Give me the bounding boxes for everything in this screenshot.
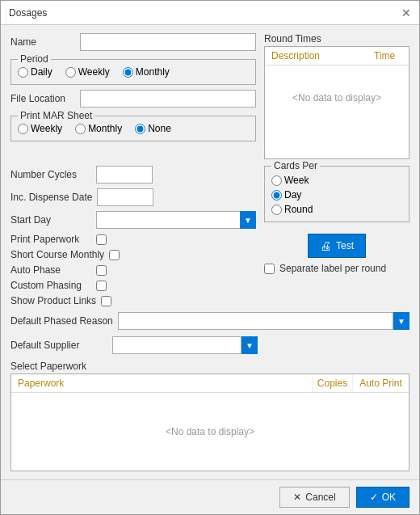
custom-phasing-row: Custom Phasing xyxy=(10,280,256,291)
round-times-description-col: Description xyxy=(265,47,360,65)
separate-label-row: Separate label per round xyxy=(264,263,410,274)
default-supplier-input[interactable] xyxy=(112,336,242,354)
default-phased-reason-input[interactable] xyxy=(118,312,393,330)
number-cycles-input[interactable] xyxy=(96,166,153,184)
middle-section: Number Cycles Inc. Dispense Date Start D… xyxy=(10,166,410,307)
mar-none[interactable]: None xyxy=(135,123,171,134)
title-bar: Dosages ✕ xyxy=(1,1,419,25)
show-product-links-row: Show Product Links xyxy=(10,295,256,306)
print-mar-legend: Print MAR Sheet xyxy=(18,110,94,121)
cards-day-radio[interactable] xyxy=(271,190,282,201)
file-location-label: File Location xyxy=(10,93,75,104)
period-daily-radio[interactable] xyxy=(18,67,28,78)
paperwork-col-auto-print: Auto Print xyxy=(352,374,409,392)
start-day-input[interactable] xyxy=(96,211,256,229)
cards-round-radio[interactable] xyxy=(271,205,282,215)
test-button-label: Test xyxy=(336,240,354,251)
test-button[interactable]: 🖨 Test xyxy=(308,234,366,258)
cancel-label: Cancel xyxy=(305,492,335,503)
default-supplier-arrow-icon[interactable]: ▼ xyxy=(242,336,258,354)
name-input[interactable] xyxy=(80,33,256,51)
window-title: Dosages xyxy=(9,7,47,19)
period-legend: Period xyxy=(18,53,51,65)
cards-per-box: Cards Per Week Day Round xyxy=(264,166,410,222)
number-cycles-label: Number Cycles xyxy=(10,169,91,180)
default-phased-reason-arrow-icon[interactable]: ▼ xyxy=(393,312,410,330)
round-times-header: Description Time xyxy=(265,47,409,65)
main-content: Name Period Daily Weekly xyxy=(1,25,419,479)
cards-day-label: Day xyxy=(284,189,301,201)
print-mar-group: Print MAR Sheet Weekly Monthly None xyxy=(10,116,256,141)
name-row: Name xyxy=(10,33,256,51)
cards-round[interactable]: Round xyxy=(271,204,402,215)
close-button[interactable]: ✕ xyxy=(401,7,411,19)
ok-label: OK xyxy=(382,492,396,503)
mar-none-radio[interactable] xyxy=(135,124,145,134)
round-times-box: Description Time <No data to display> xyxy=(264,46,410,159)
ok-icon: ✓ xyxy=(370,492,378,503)
top-section: Name Period Daily Weekly xyxy=(10,33,410,159)
printer-icon: 🖨 xyxy=(320,239,331,252)
paperwork-table: Paperwork Copies Auto Print <No data to … xyxy=(10,374,410,471)
short-course-monthly-checkbox[interactable] xyxy=(109,250,120,260)
period-weekly-label: Weekly xyxy=(78,66,110,78)
mar-monthly-radio[interactable] xyxy=(75,124,86,134)
round-times-title: Round Times xyxy=(264,33,410,44)
paperwork-col-paperwork: Paperwork xyxy=(11,374,312,392)
right-panel: Round Times Description Time <No data to… xyxy=(264,33,410,159)
inc-dispense-input[interactable] xyxy=(97,188,153,206)
file-location-input[interactable] xyxy=(80,90,256,108)
period-weekly[interactable]: Weekly xyxy=(65,66,110,78)
cards-week[interactable]: Week xyxy=(271,175,402,186)
mar-weekly-label: Weekly xyxy=(31,123,62,134)
mar-weekly-radio[interactable] xyxy=(18,124,28,134)
custom-phasing-checkbox[interactable] xyxy=(96,281,107,291)
show-product-links-checkbox[interactable] xyxy=(101,296,111,306)
mar-monthly[interactable]: Monthly xyxy=(75,123,122,134)
period-daily-label: Daily xyxy=(31,66,52,78)
custom-phasing-label: Custom Phasing xyxy=(10,280,91,291)
mar-none-label: None xyxy=(148,123,171,134)
cards-week-radio[interactable] xyxy=(271,175,282,186)
round-times-time-col: Time xyxy=(360,47,409,65)
short-course-monthly-label: Short Course Monthly xyxy=(10,249,104,260)
mar-monthly-label: Monthly xyxy=(88,123,122,134)
separate-label-text: Separate label per round xyxy=(279,263,386,274)
paperwork-no-data: <No data to display> xyxy=(11,393,409,471)
select-paperwork-section: Select Paperwork Paperwork Copies Auto P… xyxy=(10,361,410,471)
default-phased-combo-wrapper: ▼ xyxy=(118,312,410,330)
inc-dispense-row: Inc. Dispense Date xyxy=(10,188,256,206)
supplier-combo-wrapper: ▼ xyxy=(112,336,242,354)
bottom-bar: ✕ Cancel ✓ OK xyxy=(1,479,419,514)
number-cycles-row: Number Cycles xyxy=(10,166,256,184)
paperwork-header: Paperwork Copies Auto Print xyxy=(11,374,409,393)
period-monthly-radio[interactable] xyxy=(123,67,133,78)
default-supplier-label: Default Supplier xyxy=(10,340,107,351)
inc-dispense-label: Inc. Dispense Date xyxy=(10,192,92,203)
middle-left: Number Cycles Inc. Dispense Date Start D… xyxy=(10,166,256,307)
period-monthly-label: Monthly xyxy=(136,66,170,78)
file-location-row: File Location xyxy=(10,90,256,108)
name-label: Name xyxy=(10,36,75,48)
cancel-button[interactable]: ✕ Cancel xyxy=(279,487,349,508)
separate-label-checkbox[interactable] xyxy=(264,264,275,274)
dosages-window: Dosages ✕ Name Period Daily xyxy=(0,0,420,515)
paperwork-col-copies: Copies xyxy=(312,374,352,392)
cards-day[interactable]: Day xyxy=(271,189,402,201)
cards-week-label: Week xyxy=(284,175,309,186)
auto-phase-checkbox[interactable] xyxy=(96,265,107,276)
mar-weekly[interactable]: Weekly xyxy=(18,123,62,134)
show-product-links-label: Show Product Links xyxy=(10,295,96,306)
round-times-no-data: <No data to display> xyxy=(265,65,409,130)
cards-per-radio-col: Week Day Round xyxy=(271,170,402,215)
print-mar-radio-row: Weekly Monthly None xyxy=(18,120,249,134)
period-daily[interactable]: Daily xyxy=(18,66,52,78)
ok-button[interactable]: ✓ OK xyxy=(356,487,410,508)
period-weekly-radio[interactable] xyxy=(65,67,76,78)
period-monthly[interactable]: Monthly xyxy=(123,66,170,78)
start-day-row: Start Day ▼ xyxy=(10,211,256,229)
default-phased-reason-row: Default Phased Reason ▼ xyxy=(10,312,410,330)
print-paperwork-checkbox[interactable] xyxy=(96,234,107,245)
default-phased-reason-label: Default Phased Reason xyxy=(10,315,113,327)
default-supplier-row: Default Supplier ▼ xyxy=(10,336,410,354)
